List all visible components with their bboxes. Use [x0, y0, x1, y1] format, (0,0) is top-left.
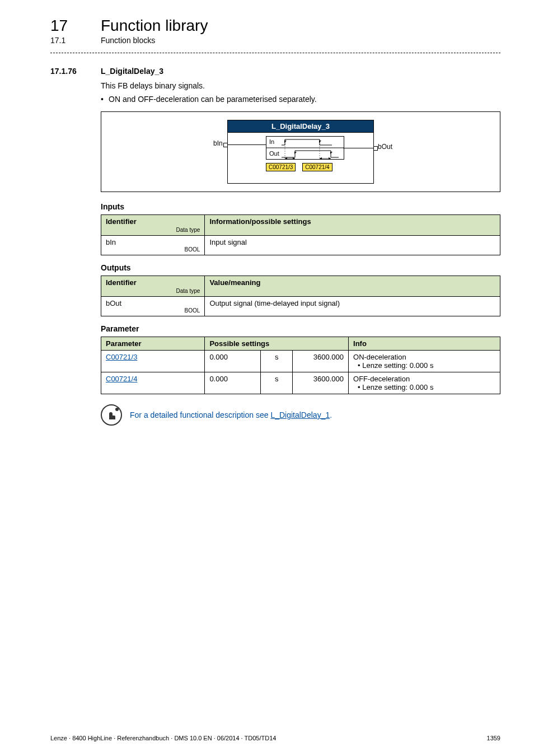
param-link[interactable]: C00721/4 [106, 375, 137, 383]
table-header-row: Identifier Data type Value/meaning [101, 276, 500, 297]
th-info: Info [349, 337, 500, 351]
cell-id: bOut [106, 299, 121, 307]
outputs-table: Identifier Data type Value/meaning bOut … [101, 276, 500, 316]
wire-out [343, 148, 373, 148]
fb-signal-box: In Out [266, 136, 344, 160]
label-out: Out [269, 150, 279, 157]
cell-unit: s [261, 372, 293, 394]
th-identifier-text: Identifier [106, 278, 137, 287]
chapter-number: 17 [50, 17, 84, 35]
cell-info: Output signal (time-delayed input signal… [205, 297, 500, 316]
table-row: C00721/3 0.000 s 3600.000 ON-deceleratio… [101, 351, 500, 372]
cell-info-line1: ON-deceleration [353, 353, 406, 361]
page-footer: Lenze · 8400 HighLine · Referenzhandbuch… [50, 735, 500, 741]
port-in-stub [223, 143, 228, 147]
cell-info: ON-deceleration • Lenze setting: 0.000 s [349, 351, 500, 372]
th-datatype-text: Data type [106, 227, 200, 233]
fb-param-2: C00721/4 [302, 163, 332, 171]
tip-prefix: For a detailed functional description se… [130, 410, 270, 419]
footer-left: Lenze · 8400 HighLine · Referenzhandbuch… [50, 735, 276, 741]
cell-info-line1: OFF-deceleration [353, 375, 410, 383]
fb-diagram-frame: L_DigitalDelay_3 bIn In [101, 111, 500, 192]
cell-max: 3600.000 [293, 351, 349, 372]
table-row: bOut BOOL Output signal (time-delayed in… [101, 297, 500, 316]
fb-title: L_DigitalDelay_3 [228, 120, 373, 133]
port-out-stub [373, 146, 378, 151]
inputs-table: Identifier Data type Information/possibl… [101, 214, 500, 255]
hand-point-icon [106, 409, 117, 421]
signal-shape-icon: In Out [266, 136, 344, 160]
label-in: In [269, 138, 274, 145]
cell-dtype: BOOL [106, 246, 200, 253]
th-datatype-text: Data type [106, 288, 200, 294]
cell-min: 0.000 [205, 351, 261, 372]
cell-dtype: BOOL [106, 307, 200, 314]
cell-info: Input signal [205, 236, 500, 255]
footer-right: 1359 [487, 735, 500, 741]
table-header-row: Identifier Data type Information/possibl… [101, 215, 500, 236]
section-number: 17.1 [50, 36, 84, 45]
page-header: 17 Function library 17.1 Function blocks [50, 17, 500, 45]
th-info: Information/possible settings [205, 215, 500, 236]
parameter-table: Parameter Possible settings Info C00721/… [101, 337, 500, 394]
intro-paragraph: This FB delays binary signals. [101, 81, 500, 90]
cell-max: 3600.000 [293, 372, 349, 394]
tip-suffix: . [330, 410, 332, 419]
th-info: Value/meaning [205, 276, 500, 297]
parameter-heading: Parameter [101, 324, 500, 333]
th-parameter: Parameter [101, 337, 205, 351]
cell-info-line2: • Lenze setting: 0.000 s [353, 383, 433, 391]
inputs-heading: Inputs [101, 202, 500, 211]
tip-icon [101, 404, 122, 426]
tip-row: For a detailed functional description se… [101, 404, 500, 426]
table-header-row: Parameter Possible settings Info [101, 337, 500, 351]
cell-unit: s [261, 351, 293, 372]
cell-id: bIn [106, 238, 116, 246]
chapter-title: Function library [101, 17, 208, 35]
subheading: 17.1.76 L_DigitalDelay_3 [50, 67, 500, 76]
subheading-number: 17.1.76 [50, 67, 85, 76]
subheading-title: L_DigitalDelay_3 [101, 67, 163, 76]
cell-min: 0.000 [205, 372, 261, 394]
tip-link[interactable]: L_DigitalDelay_1 [270, 410, 330, 419]
intro-bullet: ON and OFF-deceleration can be parameter… [101, 95, 500, 104]
fb-param-1: C00721/3 [266, 163, 296, 171]
section-title: Function blocks [101, 36, 155, 45]
th-identifier-text: Identifier [106, 217, 137, 226]
param-link[interactable]: C00721/3 [106, 353, 137, 361]
divider-dashed [50, 53, 500, 53]
table-row: bIn BOOL Input signal [101, 236, 500, 255]
table-row: C00721/4 0.000 s 3600.000 OFF-decelerati… [101, 372, 500, 394]
port-out-label: bOut [378, 143, 392, 151]
wire-in [228, 144, 266, 145]
th-identifier: Identifier Data type [101, 215, 205, 236]
outputs-heading: Outputs [101, 263, 500, 272]
th-possible: Possible settings [205, 337, 349, 351]
cell-info-line2: • Lenze setting: 0.000 s [353, 361, 433, 370]
tip-text: For a detailed functional description se… [130, 410, 332, 419]
cell-info: OFF-deceleration • Lenze setting: 0.000 … [349, 372, 500, 394]
th-identifier: Identifier Data type [101, 276, 205, 297]
port-in-label: bIn [213, 139, 223, 147]
fb-block: L_DigitalDelay_3 bIn In [227, 120, 374, 184]
